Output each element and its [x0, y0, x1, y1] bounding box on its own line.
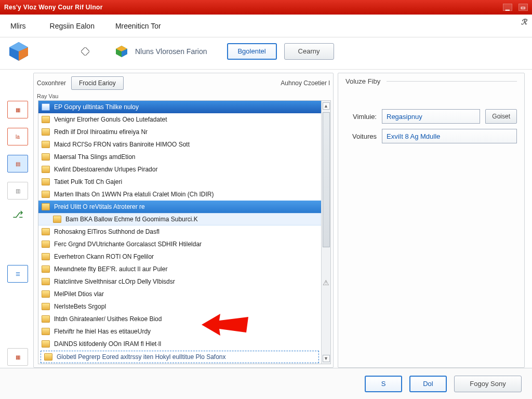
list-item-label: DAlNDS kitifodenly OOn IRAM fl Hlet·ll	[54, 340, 161, 348]
scroll-thumb[interactable]	[323, 112, 330, 247]
primary-action-button[interactable]: Bgolentel	[227, 43, 277, 60]
maximize-button[interactable]: ▭	[518, 4, 528, 11]
list-item-label: Redh ilf Drol Ihiroatimu efireiya Nr	[54, 128, 148, 136]
warning-icon: ⚠	[323, 278, 329, 287]
folder-icon	[53, 216, 61, 223]
footer-btn-2[interactable]: Dol	[409, 376, 447, 392]
list-item-label: Kwlint Dbestoarendw Urlupes Pirador	[54, 166, 157, 173]
folder-icon	[42, 153, 50, 161]
folder-icon	[42, 103, 50, 111]
list-item[interactable]: Venignr Elrorher Gonuls Oeo Lutefadatet	[38, 113, 321, 126]
folder-icon	[42, 315, 50, 323]
list-item-label: Preid Ulitt O reVtitals Atroterer re	[54, 203, 145, 210]
secondary-action-button[interactable]: Cearny	[284, 43, 334, 60]
list-item[interactable]: Bam BKA Ballow Echme fd Goomima Suburci.…	[38, 213, 321, 225]
menu-item-2[interactable]: Mreeniticn Tor	[105, 18, 171, 34]
footer-btn-3[interactable]: Fogoy Sony	[454, 376, 522, 392]
go-button[interactable]: Goiset	[485, 109, 517, 124]
strip-item-1[interactable]: ▦	[7, 101, 28, 118]
list-item-label: lhtdn Ghirateanler/ Usithes Rekoe Biod	[54, 315, 162, 323]
titlebar[interactable]: Res'y Vloz Wony Cour Rif Ulnor ▁ ▭	[0, 0, 532, 15]
list-item-label: MelPilet Dtios vlar	[54, 290, 104, 298]
aux-label: Auhnoy Czoetier l	[281, 79, 330, 87]
menu-item-0[interactable]: Mlirs	[0, 18, 39, 34]
list-item-label: Rohosakng ElTiros Suthhond de Dasfl	[54, 228, 159, 235]
list-item[interactable]: Redh ilf Drol Ihiroatimu efireiya Nr	[38, 126, 321, 138]
list-item[interactable]: Maicd RCl'So FRON vatirs Baniroite HIMOO…	[38, 138, 321, 151]
list-item[interactable]: Kwlint Dbestoarendw Urlupes Pirador	[38, 163, 321, 176]
list-item[interactable]: Rohosakng ElTiros Suthhond de Dasfl	[38, 225, 321, 238]
left-panel-header: Coxonhrer Frocid Earioy Auhnoy Czoetier …	[34, 75, 333, 93]
folder-icon	[42, 340, 50, 348]
list-item-label: Bam BKA Ballow Echme fd Goomima Suburci.…	[65, 216, 198, 223]
field-row-2: Voitures ExviIt 8 Ag Mdulle	[345, 129, 517, 143]
list-item-label: Venignr Elrorher Gonuls Oeo Lutefadatet	[54, 116, 167, 123]
folder-icon	[42, 116, 50, 123]
body: ▦ la ▤ ▥ ⎇ ☰ ▦ Coxonhrer Frocid Earioy A…	[0, 70, 532, 368]
strip-item-5[interactable]: ☰	[7, 265, 28, 283]
list-item[interactable]: Fletviftr he lhiel Has es etitaueUrdy	[38, 325, 321, 338]
list-item[interactable]: Globetl Pegrerp Eored axltrssy iten Hoky…	[41, 351, 319, 363]
panel-label: Coxonhrer	[37, 79, 66, 87]
folder-icon	[42, 265, 50, 273]
folder-icon	[42, 241, 50, 248]
strip-item-4[interactable]: ▥	[7, 182, 28, 200]
folder-icon	[42, 203, 50, 210]
scroll-up-button[interactable]: ▲	[323, 102, 330, 110]
list-item[interactable]: Mewndnete flty BEF'R. auluct Il aur Pule…	[38, 263, 321, 275]
footer: S Dol Fogoy Sony	[0, 368, 532, 399]
folder-icon	[42, 178, 50, 185]
find-button[interactable]: Frocid Earioy	[71, 76, 124, 90]
list-item[interactable]: lhtdn Ghirateanler/ Usithes Rekoe Biod	[38, 313, 321, 325]
footer-btn-1[interactable]: S	[365, 376, 402, 392]
list-item[interactable]: MelPilet Dtios vlar	[38, 288, 321, 300]
folder-icon	[42, 141, 50, 148]
app-icon	[7, 40, 30, 63]
list-item-label: Riatclintve Sivelthnisar cLOrp Delly Vlb…	[54, 278, 175, 285]
menu-item-1[interactable]: Regsiin Ealon	[39, 18, 105, 34]
close-icon[interactable]: ℛ	[521, 18, 527, 26]
list-item[interactable]: EP Gopry ulltintas Thilke nuloy	[38, 101, 321, 113]
folder-icon	[42, 166, 50, 173]
list-item[interactable]: Maersal Tha Slings amdEtion	[38, 151, 321, 163]
list-item[interactable]: Everhetron Ckann ROTl ON Fgelilor	[38, 250, 321, 263]
folder-icon	[42, 290, 50, 298]
list-item[interactable]: Ferc Grgnd DVUtrichante Gorcalasct SDHIR…	[38, 238, 321, 250]
folder-icon	[42, 191, 50, 198]
scrollbar[interactable]: ▲ ⚠ ▼	[321, 101, 330, 364]
list-item-label: Maicd RCl'So FRON vatirs Baniroite HIMOO…	[54, 141, 190, 148]
list-item[interactable]: Marten llhats On 1WWN Pra elatuli Cralet…	[38, 188, 321, 201]
folder-icon	[42, 228, 50, 235]
list-item-label: Marten llhats On 1WWN Pra elatuli Cralet…	[54, 191, 214, 198]
strip-tree-icon[interactable]: ⎇	[12, 209, 23, 220]
list-item-label: Ferc Grgnd DVUtrichante Gorcalasct SDHIR…	[54, 241, 202, 248]
value-data-input[interactable]: ExviIt 8 Ag Mdulle	[382, 129, 517, 143]
box-icon[interactable]	[114, 44, 129, 59]
list-container: EP Gopry ulltintas Thilke nuloyVenignr E…	[38, 100, 331, 364]
list-item-label: Fletviftr he lhiel Has es etitaueUrdy	[54, 328, 151, 335]
strip-item-6[interactable]: ▦	[7, 348, 28, 366]
list-item[interactable]: DAlNDS kitifodenly OOn IRAM fl Hlet·ll	[38, 338, 321, 350]
minimize-button[interactable]: ▁	[503, 4, 512, 11]
folder-icon	[42, 328, 50, 335]
list-item[interactable]: Riatclintve Sivelthnisar cLOrp Delly Vlb…	[38, 275, 321, 288]
field2-label: Voitures	[345, 132, 377, 140]
scroll-down-button[interactable]: ▼	[323, 355, 330, 362]
list-item[interactable]: Preid Ulitt O reVtitals Atroterer re	[38, 201, 321, 213]
sidebar-strip: ▦ la ▤ ▥ ⎇ ☰ ▦	[2, 73, 33, 368]
list-item-label: Everhetron Ckann ROTl ON Fgelilor	[54, 253, 154, 260]
list-item[interactable]: NerlsteBets Srgopl	[38, 300, 321, 313]
strip-item-2[interactable]: la	[7, 128, 28, 145]
strip-item-3[interactable]: ▤	[7, 155, 28, 172]
list-item-label: Tatiet Pulk Totl Ch Gajeri	[54, 178, 122, 185]
value-name-input[interactable]: Regasipnuy	[382, 109, 480, 124]
svg-rect-3	[81, 47, 89, 56]
window: Res'y Vloz Wony Cour Rif Ulnor ▁ ▭ Mlirs…	[0, 0, 532, 399]
diamond-icon[interactable]	[81, 47, 89, 56]
left-panel: Coxonhrer Frocid Earioy Auhnoy Czoetier …	[33, 73, 334, 368]
tool-label: Nluns Vlorosen Farion	[135, 47, 207, 56]
list-item[interactable]: Tatiet Pulk Totl Ch Gajeri	[38, 176, 321, 188]
list-item-label: NerlsteBets Srgopl	[54, 303, 106, 310]
list-item-label: Maersal Tha Slings amdEtion	[54, 153, 136, 161]
registry-list[interactable]: EP Gopry ulltintas Thilke nuloyVenignr E…	[38, 101, 321, 364]
